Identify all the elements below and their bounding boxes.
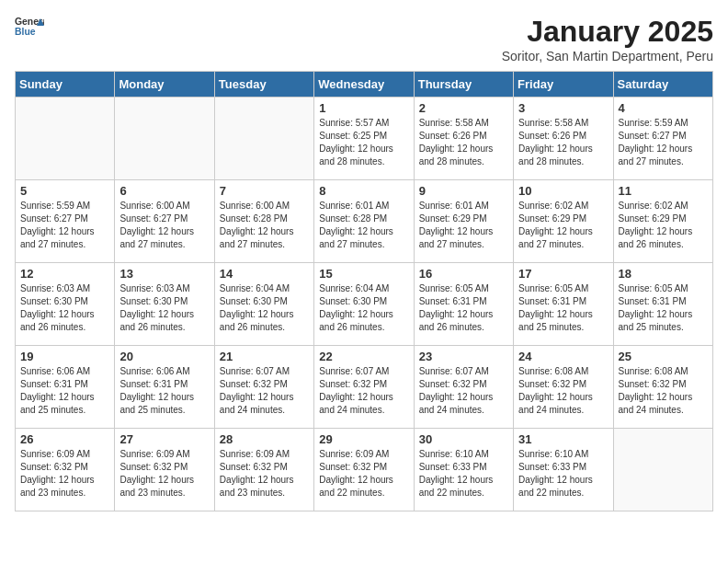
calendar-cell: 30Sunrise: 6:10 AMSunset: 6:33 PMDayligh… [414, 429, 513, 511]
logo: General Blue [15, 15, 44, 40]
day-info: Sunrise: 6:05 AMSunset: 6:31 PMDaylight:… [419, 282, 508, 334]
day-number: 18 [619, 267, 708, 281]
day-info: Sunrise: 6:07 AMSunset: 6:32 PMDaylight:… [419, 365, 508, 417]
calendar-cell: 17Sunrise: 6:05 AMSunset: 6:31 PMDayligh… [514, 263, 613, 346]
calendar-header-row: SundayMondayTuesdayWednesdayThursdayFrid… [16, 72, 713, 98]
week-row-0: 1Sunrise: 5:57 AMSunset: 6:25 PMDaylight… [16, 98, 713, 180]
calendar-cell: 15Sunrise: 6:04 AMSunset: 6:30 PMDayligh… [314, 263, 414, 346]
calendar-table: SundayMondayTuesdayWednesdayThursdayFrid… [15, 71, 713, 511]
day-info: Sunrise: 6:09 AMSunset: 6:32 PMDaylight:… [220, 448, 309, 500]
day-info: Sunrise: 5:57 AMSunset: 6:25 PMDaylight:… [319, 117, 408, 168]
day-info: Sunrise: 6:02 AMSunset: 6:29 PMDaylight:… [619, 200, 708, 251]
day-info: Sunrise: 5:58 AMSunset: 6:26 PMDaylight:… [419, 117, 508, 168]
header: General Blue January 2025 Soritor, San M… [15, 15, 713, 63]
day-info: Sunrise: 6:02 AMSunset: 6:29 PMDaylight:… [518, 200, 608, 251]
day-info: Sunrise: 6:06 AMSunset: 6:31 PMDaylight:… [20, 365, 109, 417]
day-info: Sunrise: 6:08 AMSunset: 6:32 PMDaylight:… [518, 365, 608, 417]
day-number: 26 [20, 432, 109, 446]
day-number: 29 [319, 432, 408, 446]
calendar-cell: 25Sunrise: 6:08 AMSunset: 6:32 PMDayligh… [613, 346, 712, 429]
day-number: 6 [119, 184, 209, 198]
calendar-cell: 3Sunrise: 5:58 AMSunset: 6:26 PMDaylight… [514, 98, 613, 180]
calendar-cell [613, 429, 712, 511]
day-number: 22 [319, 350, 408, 363]
day-info: Sunrise: 6:00 AMSunset: 6:28 PMDaylight:… [220, 200, 309, 251]
day-info: Sunrise: 5:58 AMSunset: 6:26 PMDaylight:… [518, 117, 608, 168]
calendar-cell: 4Sunrise: 5:59 AMSunset: 6:27 PMDaylight… [613, 98, 712, 180]
day-info: Sunrise: 6:01 AMSunset: 6:29 PMDaylight:… [419, 200, 508, 251]
day-info: Sunrise: 6:07 AMSunset: 6:32 PMDaylight:… [220, 365, 309, 417]
day-info: Sunrise: 6:09 AMSunset: 6:32 PMDaylight:… [20, 448, 109, 500]
day-info: Sunrise: 6:01 AMSunset: 6:28 PMDaylight:… [319, 200, 408, 251]
day-info: Sunrise: 6:03 AMSunset: 6:30 PMDaylight:… [20, 282, 109, 334]
day-info: Sunrise: 6:00 AMSunset: 6:27 PMDaylight:… [119, 200, 209, 251]
calendar-cell: 23Sunrise: 6:07 AMSunset: 6:32 PMDayligh… [414, 346, 513, 429]
calendar-cell: 24Sunrise: 6:08 AMSunset: 6:32 PMDayligh… [514, 346, 613, 429]
calendar-cell: 11Sunrise: 6:02 AMSunset: 6:29 PMDayligh… [613, 180, 712, 263]
calendar-cell: 13Sunrise: 6:03 AMSunset: 6:30 PMDayligh… [115, 263, 214, 346]
day-number: 11 [619, 184, 708, 198]
calendar-cell: 8Sunrise: 6:01 AMSunset: 6:28 PMDaylight… [314, 180, 414, 263]
calendar-cell: 22Sunrise: 6:07 AMSunset: 6:32 PMDayligh… [314, 346, 414, 429]
calendar-cell [115, 98, 214, 180]
calendar-cell: 16Sunrise: 6:05 AMSunset: 6:31 PMDayligh… [414, 263, 513, 346]
day-number: 5 [20, 184, 109, 198]
day-number: 24 [518, 350, 608, 363]
day-of-week-monday: Monday [115, 72, 214, 98]
day-of-week-tuesday: Tuesday [214, 72, 313, 98]
calendar-title: January 2025 [502, 15, 713, 49]
day-number: 25 [619, 350, 708, 363]
calendar-cell: 5Sunrise: 5:59 AMSunset: 6:27 PMDaylight… [16, 180, 115, 263]
day-info: Sunrise: 6:10 AMSunset: 6:33 PMDaylight:… [518, 448, 608, 500]
calendar-cell: 18Sunrise: 6:05 AMSunset: 6:31 PMDayligh… [613, 263, 712, 346]
day-number: 15 [319, 267, 408, 281]
calendar-cell: 29Sunrise: 6:09 AMSunset: 6:32 PMDayligh… [314, 429, 414, 511]
day-number: 3 [518, 101, 608, 115]
calendar-cell [16, 98, 115, 180]
title-area: January 2025 Soritor, San Martin Departm… [502, 15, 713, 63]
day-number: 20 [119, 350, 209, 363]
week-row-4: 26Sunrise: 6:09 AMSunset: 6:32 PMDayligh… [16, 429, 713, 511]
day-info: Sunrise: 5:59 AMSunset: 6:27 PMDaylight:… [20, 200, 109, 251]
calendar-cell: 10Sunrise: 6:02 AMSunset: 6:29 PMDayligh… [514, 180, 613, 263]
day-of-week-thursday: Thursday [414, 72, 513, 98]
svg-text:Blue: Blue [15, 27, 36, 37]
calendar-subtitle: Soritor, San Martin Department, Peru [502, 49, 713, 63]
calendar-cell: 9Sunrise: 6:01 AMSunset: 6:29 PMDaylight… [414, 180, 513, 263]
day-number: 27 [119, 432, 209, 446]
day-info: Sunrise: 6:06 AMSunset: 6:31 PMDaylight:… [119, 365, 209, 417]
calendar-cell: 12Sunrise: 6:03 AMSunset: 6:30 PMDayligh… [16, 263, 115, 346]
day-info: Sunrise: 6:05 AMSunset: 6:31 PMDaylight:… [518, 282, 608, 334]
calendar-cell: 20Sunrise: 6:06 AMSunset: 6:31 PMDayligh… [115, 346, 214, 429]
day-info: Sunrise: 6:08 AMSunset: 6:32 PMDaylight:… [619, 365, 708, 417]
day-number: 1 [319, 101, 408, 115]
day-number: 23 [419, 350, 508, 363]
day-number: 30 [419, 432, 508, 446]
calendar-cell: 6Sunrise: 6:00 AMSunset: 6:27 PMDaylight… [115, 180, 214, 263]
day-number: 10 [518, 184, 608, 198]
day-number: 16 [419, 267, 508, 281]
day-info: Sunrise: 5:59 AMSunset: 6:27 PMDaylight:… [619, 117, 708, 168]
day-number: 28 [220, 432, 309, 446]
day-info: Sunrise: 6:07 AMSunset: 6:32 PMDaylight:… [319, 365, 408, 417]
day-number: 2 [419, 101, 508, 115]
calendar-cell: 26Sunrise: 6:09 AMSunset: 6:32 PMDayligh… [16, 429, 115, 511]
day-info: Sunrise: 6:04 AMSunset: 6:30 PMDaylight:… [220, 282, 309, 334]
day-info: Sunrise: 6:09 AMSunset: 6:32 PMDaylight:… [319, 448, 408, 500]
calendar-cell: 27Sunrise: 6:09 AMSunset: 6:32 PMDayligh… [115, 429, 214, 511]
calendar-cell: 1Sunrise: 5:57 AMSunset: 6:25 PMDaylight… [314, 98, 414, 180]
calendar-cell: 7Sunrise: 6:00 AMSunset: 6:28 PMDaylight… [214, 180, 313, 263]
logo-icon: General Blue [15, 15, 44, 40]
day-number: 13 [119, 267, 209, 281]
day-of-week-wednesday: Wednesday [314, 72, 414, 98]
calendar-cell: 19Sunrise: 6:06 AMSunset: 6:31 PMDayligh… [16, 346, 115, 429]
day-number: 12 [20, 267, 109, 281]
calendar-cell: 31Sunrise: 6:10 AMSunset: 6:33 PMDayligh… [514, 429, 613, 511]
day-number: 4 [619, 101, 708, 115]
day-info: Sunrise: 6:10 AMSunset: 6:33 PMDaylight:… [419, 448, 508, 500]
day-info: Sunrise: 6:04 AMSunset: 6:30 PMDaylight:… [319, 282, 408, 334]
day-number: 14 [220, 267, 309, 281]
day-info: Sunrise: 6:05 AMSunset: 6:31 PMDaylight:… [619, 282, 708, 334]
day-number: 9 [419, 184, 508, 198]
day-of-week-sunday: Sunday [16, 72, 115, 98]
